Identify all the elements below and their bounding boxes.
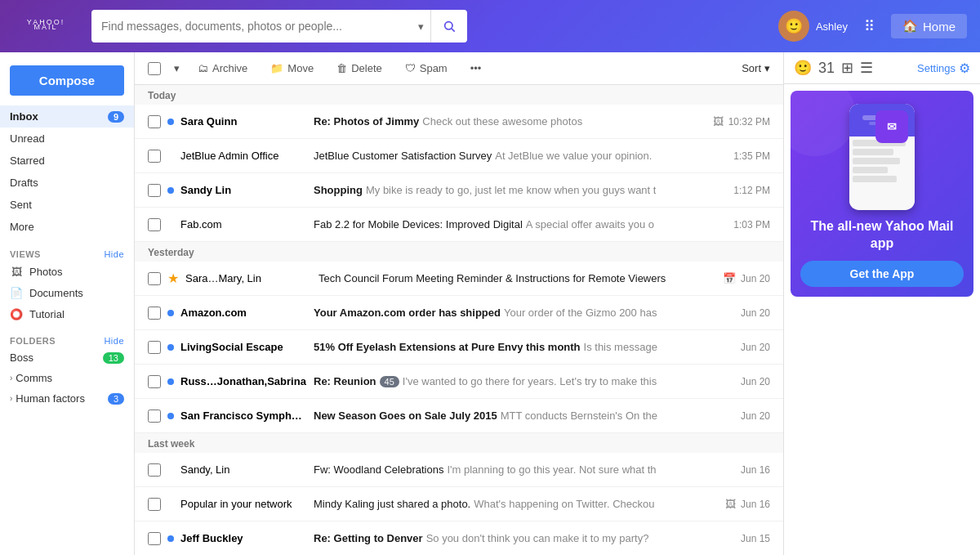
- sidebar-item-unread[interactable]: Unread: [0, 128, 134, 150]
- email-checkbox[interactable]: [148, 218, 161, 231]
- date-group-label: Today: [135, 85, 783, 105]
- email-checkbox[interactable]: [148, 115, 161, 128]
- email-checkbox[interactable]: [148, 272, 161, 285]
- email-sender: Russ…Jonathan,Sabrina: [180, 375, 307, 387]
- table-row[interactable]: Amazon.comYour Amazon.com order has ship…: [135, 296, 783, 330]
- home-link[interactable]: 🏠 Home: [891, 14, 967, 38]
- table-row[interactable]: Russ…Jonathan,SabrinaRe: Reunion45 I've …: [135, 365, 783, 399]
- grid-view-icon[interactable]: ⊞: [841, 59, 853, 77]
- sidebar-item-comms[interactable]: › Comms: [0, 368, 134, 388]
- list-view-icon[interactable]: ☰: [860, 59, 873, 77]
- sidebar-item-photos[interactable]: 🖼 Photos: [0, 261, 134, 282]
- table-row[interactable]: San Francisco SymphonyNew Season Goes on…: [135, 399, 783, 433]
- views-section: Views Hide 🖼 Photos 📄 Documents ⭕ Tutori…: [0, 244, 134, 324]
- email-checkbox[interactable]: [148, 463, 161, 477]
- email-time: 1:03 PM: [733, 219, 770, 231]
- get-app-button[interactable]: Get the App: [800, 261, 964, 287]
- inbox-label: Inbox: [10, 110, 38, 123]
- svg-point-0: [445, 22, 452, 29]
- email-sender: LivingSocial Escape: [180, 341, 307, 353]
- select-all-checkbox[interactable]: [148, 62, 161, 75]
- email-checkbox[interactable]: [148, 410, 161, 423]
- sidebar-item-inbox[interactable]: Inbox 9: [0, 105, 134, 128]
- sidebar-item-boss[interactable]: Boss 13: [0, 347, 134, 368]
- email-list: ▾ 🗂 Archive 📁 Move 🗑 Delete 🛡 Spam •••: [135, 52, 784, 555]
- settings-link[interactable]: Settings ⚙: [917, 60, 970, 76]
- boss-badge: 13: [103, 352, 124, 364]
- table-row[interactable]: JetBlue Admin OfficeJetBlue Customer Sat…: [135, 139, 783, 173]
- unread-dot: [167, 378, 174, 385]
- email-preview: My bike is ready to go, just let me know…: [366, 184, 657, 196]
- email-groups: TodaySara QuinnRe: Photos of Jimmy Check…: [135, 85, 783, 555]
- email-checkbox[interactable]: [148, 341, 161, 354]
- apps-grid-icon[interactable]: ⠿: [864, 17, 875, 35]
- date-group-label: Last week: [135, 433, 783, 453]
- search-input[interactable]: [91, 20, 412, 33]
- gear-icon: ⚙: [959, 60, 970, 76]
- folders-hide-link[interactable]: Hide: [104, 336, 124, 346]
- email-sender: Amazon.com: [180, 307, 307, 319]
- sidebar-item-starred[interactable]: Starred: [0, 150, 134, 172]
- search-bar: ▾: [91, 10, 467, 43]
- email-preview: At JetBlue we value your opinion.: [495, 150, 652, 162]
- email-sender: San Francisco Symphony: [180, 410, 307, 422]
- email-meta: 🖼10:32 PM: [713, 115, 770, 128]
- move-icon: 📁: [270, 62, 283, 74]
- email-checkbox[interactable]: [148, 307, 161, 320]
- svg-line-1: [452, 29, 455, 32]
- more-actions-button[interactable]: •••: [466, 59, 487, 78]
- table-row[interactable]: Sandy, LinFw: Woodland Celebrations I'm …: [135, 453, 783, 487]
- search-button[interactable]: [431, 10, 467, 43]
- table-row[interactable]: Popular in your networkMindy Kaling just…: [135, 487, 783, 521]
- email-subject-preview: Re: Photos of Jimmy Check out these awes…: [314, 115, 706, 128]
- sidebar-item-sent[interactable]: Sent: [0, 194, 134, 216]
- table-row[interactable]: Jeff BuckleyRe: Getting to Denver So you…: [135, 521, 783, 555]
- sidebar-item-tutorial[interactable]: ⭕ Tutorial: [0, 303, 134, 324]
- email-checkbox[interactable]: [148, 532, 161, 545]
- email-checkbox[interactable]: [148, 150, 161, 163]
- email-checkbox[interactable]: [148, 498, 161, 511]
- table-row[interactable]: Fab.comFab 2.2 for Mobile Devices: Impro…: [135, 208, 783, 242]
- email-checkbox[interactable]: [148, 184, 161, 197]
- sidebar-item-more[interactable]: More: [0, 216, 134, 238]
- email-checkbox[interactable]: [148, 375, 161, 388]
- star-icon[interactable]: ★: [167, 271, 179, 286]
- unread-dot: [167, 119, 174, 125]
- sidebar: Compose Inbox 9 Unread Starred Drafts Se…: [0, 52, 135, 555]
- table-row[interactable]: Sandy LinShopping My bike is ready to go…: [135, 173, 783, 208]
- sort-button[interactable]: Sort ▾: [742, 62, 770, 74]
- email-subject-preview: JetBlue Customer Satisfaction Survey At …: [314, 150, 727, 162]
- sidebar-item-drafts[interactable]: Drafts: [0, 172, 134, 194]
- search-dropdown-button[interactable]: ▾: [412, 10, 431, 43]
- email-time: 10:32 PM: [728, 116, 770, 128]
- delete-button[interactable]: 🗑 Delete: [332, 59, 387, 78]
- email-group: Yesterday★Sara…Mary, LinTech Council For…: [135, 242, 783, 433]
- archive-button[interactable]: 🗂 Archive: [193, 59, 252, 78]
- select-dropdown-icon[interactable]: ▾: [174, 62, 180, 74]
- spam-button[interactable]: 🛡 Spam: [400, 59, 452, 78]
- user-name: Ashley: [816, 20, 848, 33]
- email-meta: Jun 20: [741, 342, 770, 353]
- email-sender: Popular in your network: [180, 498, 307, 510]
- user-profile[interactable]: 🙂 Ashley: [778, 11, 848, 42]
- views-hide-link[interactable]: Hide: [104, 249, 124, 259]
- sidebar-item-human-factors[interactable]: › Human factors 3: [0, 388, 134, 409]
- move-button[interactable]: 📁 Move: [265, 59, 318, 78]
- email-subject: JetBlue Customer Satisfaction Survey: [314, 150, 492, 162]
- email-sender: Sandy Lin: [180, 184, 307, 196]
- table-row[interactable]: Sara QuinnRe: Photos of Jimmy Check out …: [135, 105, 783, 139]
- email-subject: 51% Off Eyelash Extensions at Pure Envy …: [314, 341, 581, 353]
- panel-header: 🙂 31 ⊞ ☰ Settings ⚙: [784, 52, 980, 84]
- email-preview: What's happening on Twitter. Checkou: [474, 498, 654, 510]
- table-row[interactable]: ★Sara…Mary, LinTech Council Forum Meetin…: [135, 262, 783, 296]
- tutorial-icon: ⭕: [10, 307, 23, 320]
- archive-icon: 🗂: [198, 62, 208, 74]
- views-title: Views Hide: [0, 244, 134, 261]
- email-subject: Re: Getting to Denver: [314, 532, 423, 544]
- sidebar-item-documents[interactable]: 📄 Documents: [0, 282, 134, 303]
- compose-button[interactable]: Compose: [10, 65, 124, 96]
- calendar-icon[interactable]: 31: [818, 60, 835, 77]
- table-row[interactable]: LivingSocial Escape51% Off Eyelash Exten…: [135, 330, 783, 365]
- smiley-icon[interactable]: 🙂: [794, 59, 812, 77]
- email-meta: Jun 16: [741, 464, 770, 476]
